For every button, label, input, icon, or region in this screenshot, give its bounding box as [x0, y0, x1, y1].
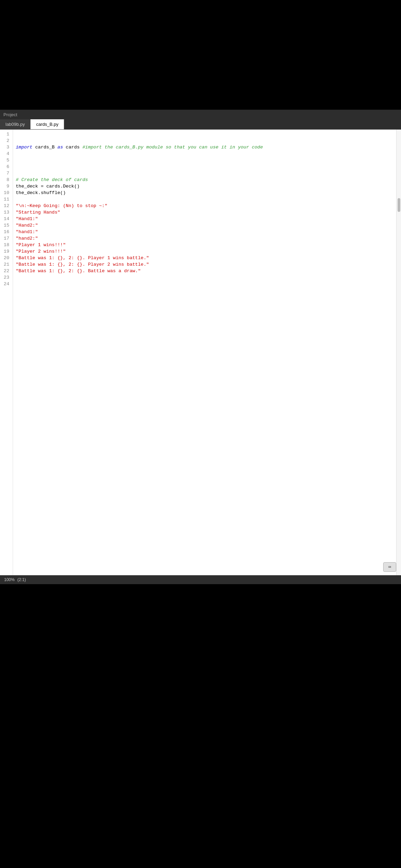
token: .Deck()	[60, 183, 80, 190]
line-numbers: 123456789101112131415161718192021222324	[0, 130, 13, 575]
line-number-7: 7	[3, 170, 9, 177]
code-line-15: "hand2:"	[16, 235, 398, 242]
bottom-black-bar	[0, 584, 401, 687]
token: import	[16, 144, 33, 150]
top-black-bar	[0, 0, 401, 110]
code-line-12: "Hand1:"	[16, 216, 398, 222]
token: .shuffle()	[38, 190, 66, 196]
line-number-24: 24	[3, 281, 9, 287]
token: cards	[46, 183, 60, 190]
token: "Player 1 wins!!!"	[16, 242, 66, 248]
code-line-3	[16, 157, 398, 164]
code-line-23	[16, 287, 398, 294]
line-number-11: 11	[3, 196, 9, 203]
keyboard-button[interactable]: ⌨	[383, 562, 396, 572]
tab-cards-b[interactable]: cards_B.py	[31, 119, 64, 129]
code-line-22	[16, 281, 398, 287]
token: the_deck	[16, 183, 38, 190]
scrollbar-thumb[interactable]	[398, 198, 400, 212]
tab-cards-b-label: cards_B.py	[36, 122, 58, 127]
token: "Battle was 1: {}, 2: {}. Player 2 wins …	[16, 261, 149, 268]
token: as	[58, 144, 63, 150]
line-number-2: 2	[3, 137, 9, 144]
line-number-5: 5	[3, 157, 9, 164]
code-content[interactable]: import cards_B as cards #import the card…	[13, 130, 401, 575]
line-number-3: 3	[3, 144, 9, 150]
code-line-21	[16, 274, 398, 281]
scrollbar[interactable]	[396, 130, 401, 575]
line-number-9: 9	[3, 183, 9, 190]
code-line-2	[16, 150, 398, 157]
cursor-pos: (2:1)	[17, 577, 26, 582]
editor-container: Project lab09b.py cards_B.py 12345678910…	[0, 110, 401, 584]
code-line-19: "Battle was 1: {}, 2: {}. Player 2 wins …	[16, 261, 398, 268]
token: "hand2:"	[16, 235, 38, 242]
code-line-17: "Player 2 wins!!!"	[16, 248, 398, 255]
line-number-6: 6	[3, 164, 9, 170]
code-line-9	[16, 196, 398, 203]
line-number-23: 23	[3, 274, 9, 281]
line-number-13: 13	[3, 209, 9, 216]
line-number-12: 12	[3, 203, 9, 209]
token: "Hand1:"	[16, 216, 38, 222]
code-line-24	[16, 294, 398, 300]
project-bar: Project	[0, 110, 401, 119]
token: cards_B	[33, 144, 58, 150]
code-line-14: "hand1:"	[16, 229, 398, 235]
line-number-17: 17	[3, 235, 9, 242]
line-number-21: 21	[3, 261, 9, 268]
line-number-15: 15	[3, 222, 9, 229]
code-line-11: "Starting Hands"	[16, 209, 398, 216]
token: =	[38, 183, 46, 190]
line-number-4: 4	[3, 150, 9, 157]
line-number-1: 1	[3, 131, 9, 137]
token: "\n:~Keep Going: (Nn) to stop ~:"	[16, 203, 107, 209]
token: "Starting Hands"	[16, 209, 60, 216]
token: "Player 2 wins!!!"	[16, 248, 66, 255]
code-line-6: # Create the deck of cards	[16, 177, 398, 183]
zoom-level: 100%	[4, 577, 15, 582]
code-line-5	[16, 170, 398, 177]
token: the_deck	[16, 190, 38, 196]
code-line-10: "\n:~Keep Going: (Nn) to stop ~:"	[16, 203, 398, 209]
line-number-14: 14	[3, 216, 9, 222]
token: "Battle was 1: {}, 2: {}. Battle was a d…	[16, 268, 141, 274]
code-line-8: the_deck.shuffle()	[16, 190, 398, 196]
token: "Hand2:"	[16, 222, 38, 229]
token: cards	[63, 144, 83, 150]
line-number-18: 18	[3, 242, 9, 248]
token: "hand1:"	[16, 229, 38, 235]
code-line-18: "Battle was 1: {}, 2: {}. Player 1 wins …	[16, 255, 398, 261]
code-line-13: "Hand2:"	[16, 222, 398, 229]
editor-area: 123456789101112131415161718192021222324 …	[0, 130, 401, 575]
line-number-22: 22	[3, 268, 9, 274]
line-number-10: 10	[3, 190, 9, 196]
token: # Create the deck of cards	[16, 177, 88, 183]
line-number-16: 16	[3, 229, 9, 235]
code-line-7: the_deck = cards.Deck()	[16, 183, 398, 190]
token: "Battle was 1: {}, 2: {}. Player 1 wins …	[16, 255, 149, 261]
code-line-16: "Player 1 wins!!!"	[16, 242, 398, 248]
code-line-4	[16, 164, 398, 170]
code-line-20: "Battle was 1: {}, 2: {}. Battle was a d…	[16, 268, 398, 274]
line-number-20: 20	[3, 255, 9, 261]
tabs-bar: lab09b.py cards_B.py	[0, 119, 401, 130]
line-number-19: 19	[3, 248, 9, 255]
tab-lab09b-label: lab09b.py	[5, 122, 25, 127]
keyboard-icon: ⌨	[388, 564, 391, 570]
line-number-8: 8	[3, 177, 9, 183]
token: #import the cards_B.py module so that yo…	[82, 144, 263, 150]
code-line-1: import cards_B as cards #import the card…	[16, 144, 398, 150]
project-label: Project	[3, 112, 17, 117]
status-bar: 100% (2:1)	[0, 575, 401, 584]
tab-lab09b[interactable]: lab09b.py	[0, 119, 31, 129]
